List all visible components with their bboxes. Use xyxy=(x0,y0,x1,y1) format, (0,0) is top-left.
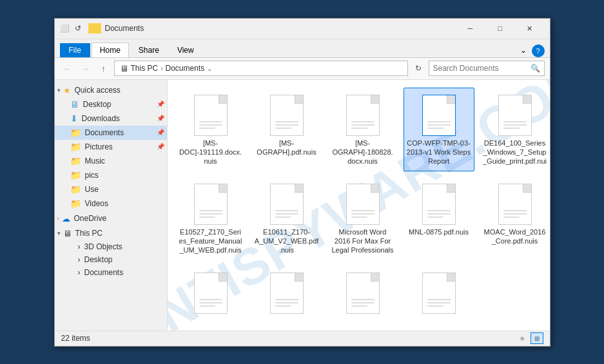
doc-line xyxy=(427,216,443,218)
music-folder-icon: 📁 xyxy=(70,156,81,166)
address-path[interactable]: 🖥 This PC › Documents ⌄ xyxy=(114,61,408,76)
doc-line xyxy=(199,124,222,126)
sidebar-item-desktop[interactable]: 🖥 Desktop 📌 xyxy=(55,97,167,111)
title-bar-title: Documents xyxy=(105,24,456,33)
sidebar-header-onedrive[interactable]: › ☁ OneDrive xyxy=(55,212,167,225)
doc-lines-1 xyxy=(275,121,298,129)
doc-line xyxy=(199,299,222,300)
doc-line xyxy=(427,124,451,126)
this-pc-label: This PC xyxy=(75,229,103,238)
forward-button[interactable]: → xyxy=(78,61,93,76)
3d-objects-icon: › xyxy=(78,242,81,251)
doc-line xyxy=(427,210,451,211)
doc-icon-12 xyxy=(346,273,380,314)
item-count: 22 items xyxy=(61,334,90,343)
sidebar-label-downloads: Downloads xyxy=(82,114,120,123)
file-name-4: DE164_100_Series_Windows_7_Setup_Guide_p… xyxy=(483,139,547,167)
refresh-button[interactable]: ↻ xyxy=(411,61,426,76)
file-item-13[interactable] xyxy=(404,265,474,321)
file-icon-wrapper-6 xyxy=(266,181,307,227)
file-item-0[interactable]: [MS-DOC]-191119.docx.nuis xyxy=(175,88,246,171)
chevron-down-icon-this-pc: ▾ xyxy=(57,230,61,236)
file-icon-wrapper-13 xyxy=(418,270,460,316)
sidebar-item-pictures[interactable]: 📁 Pictures 📌 xyxy=(55,140,167,154)
file-item-5[interactable]: E10527_Z170_Series_Feature_Manual_UM_WEB… xyxy=(175,177,246,260)
doc-line xyxy=(351,302,375,303)
sidebar-item-downloads[interactable]: ⬇ Downloads 📌 xyxy=(55,111,167,126)
minimize-button[interactable]: ─ xyxy=(456,18,485,39)
file-name-7: Microsoft Word 2016 For Max For Legal Pr… xyxy=(331,227,395,256)
file-icon-wrapper-3 xyxy=(418,92,460,139)
sidebar-item-desktop-pc[interactable]: › Desktop xyxy=(55,253,167,266)
doc-lines-2 xyxy=(351,121,375,129)
file-item-12[interactable] xyxy=(327,265,398,321)
search-input[interactable] xyxy=(433,64,528,73)
file-item-2[interactable]: [MS-OGRAPH]-180828.docx.nuis xyxy=(327,88,398,171)
doc-line xyxy=(199,302,222,303)
doc-line xyxy=(351,121,375,122)
doc-line xyxy=(199,213,222,215)
tab-file[interactable]: File xyxy=(60,43,90,57)
doc-lines-3 xyxy=(427,121,451,129)
path-arrow-2: ⌄ xyxy=(207,65,212,72)
ribbon-collapse-button[interactable]: ⌄ xyxy=(516,43,531,57)
tab-home[interactable]: Home xyxy=(92,43,129,57)
sidebar: ▾ ★ Quick access 🖥 Desktop 📌 ⬇ Downloads… xyxy=(55,80,168,330)
doc-lines-6 xyxy=(275,210,298,218)
file-name-0: [MS-DOC]-191119.docx.nuis xyxy=(179,139,243,166)
doc-lines-10 xyxy=(199,299,222,307)
doc-icon-6 xyxy=(270,184,304,225)
doc-line xyxy=(275,210,298,211)
doc-line xyxy=(199,210,222,211)
file-item-11[interactable] xyxy=(251,265,322,321)
quick-access-icon: ★ xyxy=(63,86,71,95)
ribbon-tabs: File Home Share View ⌄ ? xyxy=(55,39,550,57)
file-name-9: MOAC_Word_2016_Core.pdf.nuis xyxy=(483,227,547,246)
sidebar-item-music[interactable]: 📁 Music xyxy=(55,154,167,168)
file-icon-wrapper-4 xyxy=(494,92,536,139)
doc-line xyxy=(351,299,375,300)
file-item-8[interactable]: MNL-0875.pdf.nuis xyxy=(404,177,474,260)
file-name-5: E10527_Z170_Series_Feature_Manual_UM_WEB… xyxy=(179,227,243,255)
file-item-9[interactable]: MOAC_Word_2016_Core.pdf.nuis xyxy=(480,177,550,260)
file-item-3[interactable]: COP-WFP-TMP-03-2013-v1 Work Steps Report… xyxy=(404,88,474,171)
doc-line xyxy=(503,210,527,211)
tab-view[interactable]: View xyxy=(169,43,202,57)
file-item-6[interactable]: E10611_Z170-A_UM_V2_WEB.pdf.nuis xyxy=(251,177,322,260)
pin-icon-downloads: 📌 xyxy=(157,115,164,122)
sidebar-header-quick-access[interactable]: ▾ ★ Quick access xyxy=(55,84,167,97)
file-name-1: [MS-OGRAPH].pdf.nuis xyxy=(255,139,319,157)
this-pc-icon: 🖥 xyxy=(63,229,72,238)
chevron-down-icon: ▾ xyxy=(57,87,61,93)
back-button[interactable]: ← xyxy=(60,61,75,76)
doc-line xyxy=(199,128,215,129)
file-item-10[interactable] xyxy=(175,265,246,321)
sidebar-header-this-pc[interactable]: ▾ 🖥 This PC xyxy=(55,227,167,240)
sidebar-item-documents-pc[interactable]: › Documents xyxy=(55,266,167,279)
downloads-icon: ⬇ xyxy=(70,113,78,124)
tab-share[interactable]: Share xyxy=(130,43,168,57)
maximize-button[interactable]: □ xyxy=(485,18,515,39)
up-button[interactable]: ↑ xyxy=(96,61,112,76)
file-item-7[interactable]: Microsoft Word 2016 For Max For Legal Pr… xyxy=(327,177,398,260)
doc-icon-10 xyxy=(194,273,228,314)
sidebar-item-use[interactable]: 📁 Use xyxy=(55,182,167,196)
doc-line xyxy=(427,128,443,129)
doc-line xyxy=(503,124,527,126)
doc-lines-5 xyxy=(199,210,222,218)
ribbon: File Home Share View ⌄ ? xyxy=(55,39,550,58)
desktop-folder-icon: 🖥 xyxy=(70,99,79,110)
sidebar-item-documents[interactable]: 📁 Documents 📌 xyxy=(55,126,167,140)
list-view-button[interactable]: ≡ xyxy=(516,332,529,344)
help-button[interactable]: ? xyxy=(532,44,545,57)
doc-line xyxy=(275,128,291,129)
grid-view-button[interactable]: ⊞ xyxy=(531,332,543,344)
sidebar-item-3d-objects[interactable]: › 3D Objects xyxy=(55,240,167,253)
search-box[interactable]: 🔍 xyxy=(429,61,545,76)
sidebar-item-pics[interactable]: 📁 pics xyxy=(55,168,167,182)
sidebar-label-music: Music xyxy=(85,157,105,166)
file-item-1[interactable]: [MS-OGRAPH].pdf.nuis xyxy=(251,88,322,171)
sidebar-item-videos[interactable]: 📁 Videos xyxy=(55,196,167,211)
file-item-4[interactable]: DE164_100_Series_Windows_7_Setup_Guide_p… xyxy=(480,88,550,171)
close-button[interactable]: ✕ xyxy=(515,18,545,39)
